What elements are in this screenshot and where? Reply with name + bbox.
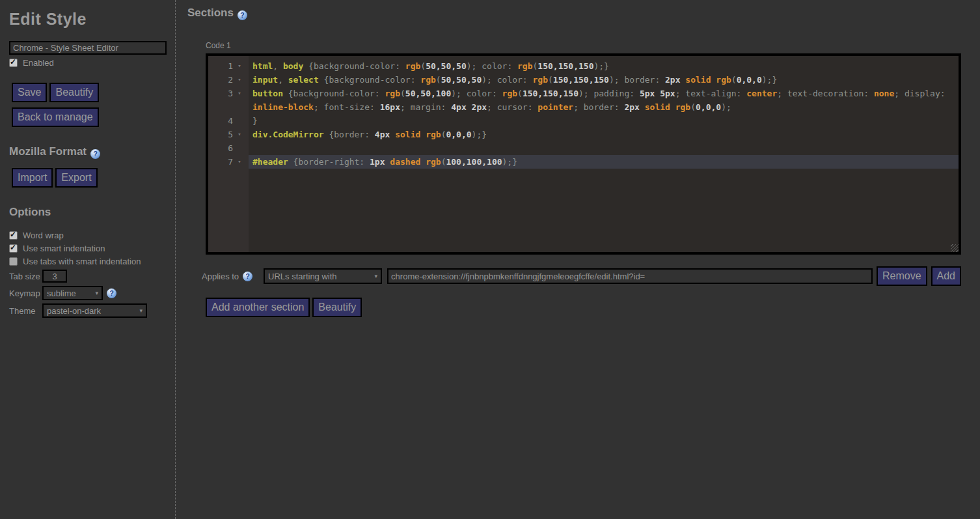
remove-button[interactable]: Remove	[877, 266, 927, 286]
line-number	[208, 100, 233, 114]
code-section-label: Code 1	[206, 41, 980, 50]
code-line: inline-block; font-size: 16px; margin: 4…	[208, 100, 959, 114]
tab-size-label: Tab size	[9, 272, 42, 281]
code-line-text[interactable]: input, select {background-color: rgb(50,…	[249, 73, 959, 87]
code-line-gutter: 3▾	[208, 87, 249, 100]
fold-arrow-icon[interactable]: ▾	[233, 59, 246, 73]
code-lines: 1▾html, body {background-color: rgb(50,5…	[208, 56, 959, 169]
fold-arrow-icon	[233, 100, 246, 114]
applies-to-value: URLs starting with	[268, 272, 336, 281]
word-wrap-label: Word wrap	[23, 231, 64, 240]
line-number: 5	[208, 128, 233, 141]
sidebar: Edit Style ✓ Enabled SaveBeautify Back t…	[0, 0, 176, 519]
style-name-input[interactable]	[9, 41, 167, 55]
checkmark-icon: ✓	[10, 231, 16, 239]
line-number: 6	[208, 141, 233, 155]
beautify-button[interactable]: Beautify	[49, 83, 99, 102]
code-line-gutter	[208, 100, 249, 114]
page-title: Edit Style	[9, 10, 170, 29]
code-line: 6	[208, 141, 959, 155]
code-line-gutter: 5▾	[208, 128, 249, 141]
code-line: 3▾button {background-color: rgb(50,50,10…	[208, 87, 959, 100]
chevron-down-icon: ▾	[139, 307, 143, 314]
code-line-gutter: 6	[208, 141, 249, 155]
code-line: 4}	[208, 114, 959, 128]
chevron-down-icon: ▾	[95, 290, 98, 296]
code-editor[interactable]: 1▾html, body {background-color: rgb(50,5…	[206, 53, 961, 255]
options-heading: Options	[9, 206, 170, 219]
theme-label: Theme	[9, 306, 42, 316]
fold-arrow-icon[interactable]: ▾	[233, 87, 246, 100]
applies-url-input[interactable]	[387, 268, 873, 284]
applies-to-label: Applies to	[202, 272, 239, 281]
checkmark-icon: ✓	[10, 58, 16, 66]
code-line-text[interactable]: }	[249, 114, 959, 128]
mozilla-format-heading: Mozilla Format	[9, 145, 87, 158]
code-line: 1▾html, body {background-color: rgb(50,5…	[208, 59, 959, 73]
chevron-down-icon: ▾	[375, 273, 378, 279]
line-number: 7	[208, 155, 233, 169]
code-line-text[interactable]: button {background-color: rgb(50,50,100)…	[249, 87, 959, 100]
export-button[interactable]: Export	[55, 168, 97, 188]
sections-heading: Sections	[187, 7, 234, 19]
help-icon[interactable]: ?	[238, 10, 247, 20]
smart-indent-checkbox[interactable]: ✓	[9, 244, 18, 253]
help-icon[interactable]: ?	[90, 149, 100, 159]
fold-arrow-icon	[233, 141, 246, 155]
help-icon[interactable]: ?	[107, 288, 116, 298]
tabs-smart-indent-checkbox[interactable]: ✓	[9, 257, 18, 266]
sections-panel: Sections? Code 1 1▾html, body {backgroun…	[176, 0, 980, 519]
word-wrap-checkbox[interactable]: ✓	[9, 231, 18, 240]
keymap-value: sublime	[47, 288, 76, 298]
code-line-gutter: 2▾	[208, 73, 249, 87]
code-line-gutter: 1▾	[208, 59, 249, 73]
code-line-gutter: 7▾	[208, 155, 249, 169]
save-button[interactable]: Save	[12, 83, 47, 102]
line-number: 3	[208, 87, 233, 100]
code-line-text[interactable]: div.CodeMirror {border: 4px solid rgb(0,…	[249, 128, 959, 141]
keymap-select[interactable]: sublime ▾	[42, 286, 103, 300]
tab-size-input[interactable]	[42, 270, 67, 283]
code-line: 7▾#header {border-right: 1px dashed rgb(…	[208, 155, 959, 169]
beautify-section-button[interactable]: Beautify	[312, 298, 362, 317]
add-button[interactable]: Add	[931, 266, 961, 286]
fold-arrow-icon[interactable]: ▾	[233, 128, 246, 141]
enabled-label: Enabled	[23, 58, 54, 68]
code-line-gutter: 4	[208, 114, 249, 128]
code-line: 2▾input, select {background-color: rgb(5…	[208, 73, 959, 87]
line-number: 4	[208, 114, 233, 128]
code-line: 5▾div.CodeMirror {border: 4px solid rgb(…	[208, 128, 959, 141]
keymap-label: Keymap	[9, 288, 42, 298]
line-number: 2	[208, 73, 233, 87]
fold-arrow-icon[interactable]: ▾	[233, 73, 246, 87]
help-icon[interactable]: ?	[243, 272, 252, 281]
fold-arrow-icon[interactable]: ▾	[233, 155, 246, 169]
add-another-section-button[interactable]: Add another section	[206, 298, 310, 317]
smart-indent-label: Use smart indentation	[23, 244, 105, 253]
theme-value: pastel-on-dark	[47, 306, 101, 316]
back-to-manage-button[interactable]: Back to manage	[12, 107, 99, 127]
fold-arrow-icon	[233, 114, 246, 128]
code-line-text[interactable]: #header {border-right: 1px dashed rgb(10…	[249, 155, 959, 169]
code-line-text[interactable]: html, body {background-color: rgb(50,50,…	[249, 59, 959, 73]
tabs-smart-indent-label: Use tabs with smart indentation	[23, 257, 141, 266]
enabled-checkbox[interactable]: ✓	[9, 59, 18, 67]
applies-to-select[interactable]: URLs starting with ▾	[264, 268, 382, 284]
line-number: 1	[208, 59, 233, 73]
theme-select[interactable]: pastel-on-dark ▾	[42, 303, 147, 318]
code-line-text[interactable]	[249, 141, 959, 155]
checkmark-icon: ✓	[10, 244, 16, 252]
import-button[interactable]: Import	[12, 168, 53, 188]
resize-grip-icon[interactable]	[951, 244, 959, 252]
code-line-text[interactable]: inline-block; font-size: 16px; margin: 4…	[249, 100, 959, 114]
